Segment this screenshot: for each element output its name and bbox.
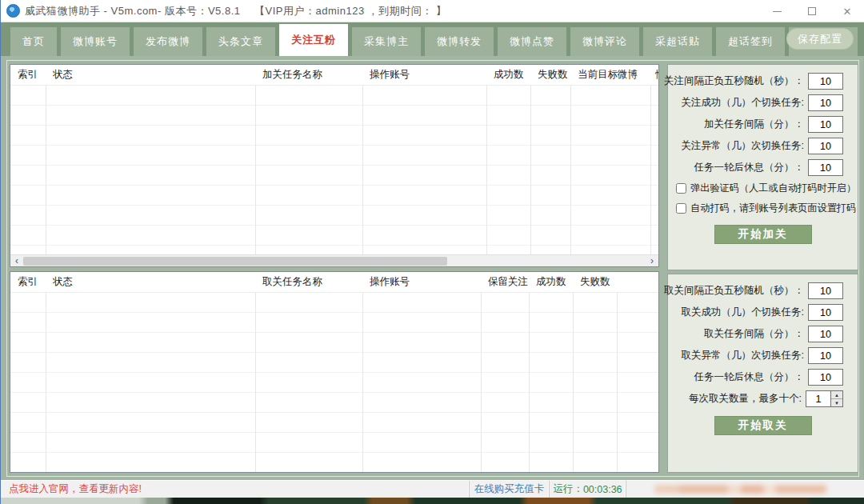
start-unfollow-button[interactable]: 开始取关 xyxy=(714,416,812,435)
follow-rest-after-round-label: 任务一轮后休息（分）： xyxy=(694,161,805,174)
follow-success-switch-input[interactable] xyxy=(808,94,843,111)
tab-collect-blogger[interactable]: 采集博主 xyxy=(352,27,421,56)
unfollow-rest-after-round-label: 任务一轮后休息（分）： xyxy=(694,370,805,384)
title-bar: 威武猫微博助手 - V5m.com- 版本号：V5.8.1 【VIP用户：adm… xyxy=(1,0,864,22)
run-timer-label: 运行： xyxy=(553,482,583,496)
follow-error-switch-label: 关注异常（几）次切换任务: xyxy=(682,139,804,153)
window-controls: ✕ xyxy=(759,0,864,22)
setting-row: 取关任务间隔（分）： xyxy=(668,323,858,345)
unfollow-success-switch-input[interactable] xyxy=(808,304,843,321)
unfollow-task-table: 索引 状态 取关任务名称 操作账号 保留关注 成功数 失败数 xyxy=(10,271,659,473)
follow-rest-after-round-input[interactable] xyxy=(808,159,843,176)
popup-captcha-label: 弹出验证码（人工或自动打码时开启） xyxy=(690,182,856,195)
follow-interval-label: 关注间隔正负五秒随机（秒）： xyxy=(664,74,804,88)
col-success-count: 成功数 xyxy=(486,68,530,82)
maximize-button[interactable] xyxy=(794,0,830,22)
unfollow-error-switch-input[interactable] xyxy=(808,347,843,364)
follow-settings-panel: 关注间隔正负五秒随机（秒）： 关注成功（几）个切换任务: 加关任务间隔（分）： … xyxy=(667,64,858,270)
auto-captcha-label: 自动打码，请到账号列表页面设置打码 xyxy=(690,202,856,215)
unfollow-table-body xyxy=(10,293,658,472)
close-button[interactable]: ✕ xyxy=(830,0,864,22)
official-site-link[interactable]: 点我进入官网，查看更新内容! xyxy=(1,481,470,498)
buy-recharge-card-link[interactable]: 在线购买充值卡 xyxy=(470,481,550,498)
run-timer: 运行： 00:03:36 xyxy=(550,481,626,498)
col-status: 状态 xyxy=(46,68,255,82)
scroll-left-arrow-icon[interactable]: ‹ xyxy=(10,255,23,267)
scroll-right-arrow-icon[interactable]: › xyxy=(646,255,658,267)
follow-error-switch-input[interactable] xyxy=(808,138,843,154)
tab-weibo-comment[interactable]: 微博评论 xyxy=(570,27,639,56)
spinner-down-icon[interactable]: ▼ xyxy=(831,398,842,406)
col-current-target-weibo: 当前目标微博 xyxy=(570,68,650,82)
content-area: 索引 状态 加关任务名称 操作账号 成功数 失败数 当前目标微博 性别 ‹ › … xyxy=(6,60,859,477)
window-title: 威武猫微博助手 - V5m.com- 版本号：V5.8.1 【VIP用户：adm… xyxy=(25,4,446,18)
setting-row: 任务一轮后休息（分）： xyxy=(668,157,858,178)
tab-supertopic-collect[interactable]: 采超话贴 xyxy=(643,27,712,56)
tab-weibo-like[interactable]: 微博点赞 xyxy=(498,27,566,56)
col-index: 索引 xyxy=(10,68,46,82)
setting-row: 取关异常（几）次切换任务: xyxy=(668,345,858,366)
minimize-button[interactable] xyxy=(759,0,794,22)
auto-captcha-checkbox[interactable] xyxy=(676,203,686,214)
unfollow-rest-after-round-input[interactable] xyxy=(808,369,843,386)
unfollow-settings-panel: 取关间隔正负五秒随机（秒）： 取关成功（几）个切换任务: 取关任务间隔（分）： … xyxy=(667,274,858,473)
follow-success-switch-label: 关注成功（几）个切换任务: xyxy=(682,96,804,110)
spinner-up-icon[interactable]: ▲ xyxy=(831,391,842,398)
tab-weibo-account[interactable]: 微博账号 xyxy=(61,27,130,56)
follow-task-table: 索引 状态 加关任务名称 操作账号 成功数 失败数 当前目标微博 性别 ‹ › xyxy=(10,64,659,267)
follow-table-body xyxy=(10,86,658,254)
tab-home[interactable]: 首页 xyxy=(10,27,57,56)
unfollow-interval-input[interactable] xyxy=(808,282,843,299)
col-follow-task-name: 加关任务名称 xyxy=(255,68,362,82)
tab-bar: 首页 微博账号 发布微博 头条文章 关注互粉 采集博主 微博转发 微博点赞 微博… xyxy=(1,22,864,56)
maximize-icon xyxy=(808,7,816,15)
unfollow-batch-count-input[interactable] xyxy=(806,390,831,407)
close-icon: ✕ xyxy=(843,6,852,18)
popup-captcha-checkbox[interactable] xyxy=(676,183,686,194)
setting-row: 加关任务间隔（分）： xyxy=(668,114,858,135)
setting-row: 关注异常（几）次切换任务: xyxy=(668,135,858,157)
unfollow-interval-label: 取关间隔正负五秒随机（秒）： xyxy=(664,284,804,298)
follow-task-interval-label: 加关任务间隔（分）： xyxy=(704,118,804,131)
col-unfollow-task-name: 取关任务名称 xyxy=(255,275,362,289)
unfollow-table-header: 索引 状态 取关任务名称 操作账号 保留关注 成功数 失败数 xyxy=(10,272,658,293)
tab-toutiao-article[interactable]: 头条文章 xyxy=(206,27,275,56)
checkbox-row: 自动打码，请到账号列表页面设置打码 xyxy=(668,198,858,218)
col-success-count: 成功数 xyxy=(529,275,573,289)
minimize-icon xyxy=(773,11,782,12)
app-icon xyxy=(6,4,20,18)
follow-table-hscrollbar[interactable]: ‹ › xyxy=(10,254,658,266)
setting-row: 取关间隔正负五秒随机（秒）： xyxy=(668,280,858,302)
setting-row: 任务一轮后休息（分）： xyxy=(668,366,858,388)
follow-interval-input[interactable] xyxy=(808,73,843,90)
setting-row: 取关成功（几）个切换任务: xyxy=(668,302,858,323)
start-follow-button[interactable]: 开始加关 xyxy=(714,225,812,244)
col-keep-following: 保留关注 xyxy=(481,275,529,289)
follow-table-header: 索引 状态 加关任务名称 操作账号 成功数 失败数 当前目标微博 性别 xyxy=(10,65,658,86)
status-bar: 点我进入官网，查看更新内容! 在线购买充值卡 运行： 00:03:36 xyxy=(1,480,864,498)
app-window: 威武猫微博助手 - V5m.com- 版本号：V5.8.1 【VIP用户：adm… xyxy=(0,0,864,504)
col-index: 索引 xyxy=(10,275,46,289)
status-bar-right-section xyxy=(626,481,864,498)
scrollbar-thumb[interactable] xyxy=(23,257,447,266)
unfollow-batch-count-stepper: ▲ ▼ xyxy=(806,390,843,407)
setting-row: 每次取关数量，最多十个: ▲ ▼ xyxy=(668,388,858,410)
follow-task-interval-input[interactable] xyxy=(808,116,843,133)
tab-weibo-repost[interactable]: 微博转发 xyxy=(425,27,494,56)
unfollow-batch-count-label: 每次取关数量，最多十个: xyxy=(689,392,802,406)
col-operating-account: 操作账号 xyxy=(362,275,481,289)
setting-row: 关注间隔正负五秒随机（秒）： xyxy=(668,70,858,92)
unfollow-task-interval-input[interactable] xyxy=(808,326,843,342)
tab-follow-mutual[interactable]: 关注互粉 xyxy=(279,24,348,56)
redacted-watermark xyxy=(654,485,826,494)
run-timer-value: 00:03:36 xyxy=(583,484,622,495)
col-operating-account: 操作账号 xyxy=(362,68,486,82)
unfollow-task-interval-label: 取关任务间隔（分）： xyxy=(704,327,804,341)
col-fail-count: 失败数 xyxy=(573,275,617,289)
tab-supertopic-checkin[interactable]: 超话签到 xyxy=(716,27,785,56)
save-config-button[interactable]: 保存配置 xyxy=(786,28,854,50)
col-status: 状态 xyxy=(46,275,255,289)
tab-publish-weibo[interactable]: 发布微博 xyxy=(134,27,202,56)
checkbox-row: 弹出验证码（人工或自动打码时开启） xyxy=(668,178,858,198)
setting-row: 关注成功（几）个切换任务: xyxy=(668,92,858,114)
